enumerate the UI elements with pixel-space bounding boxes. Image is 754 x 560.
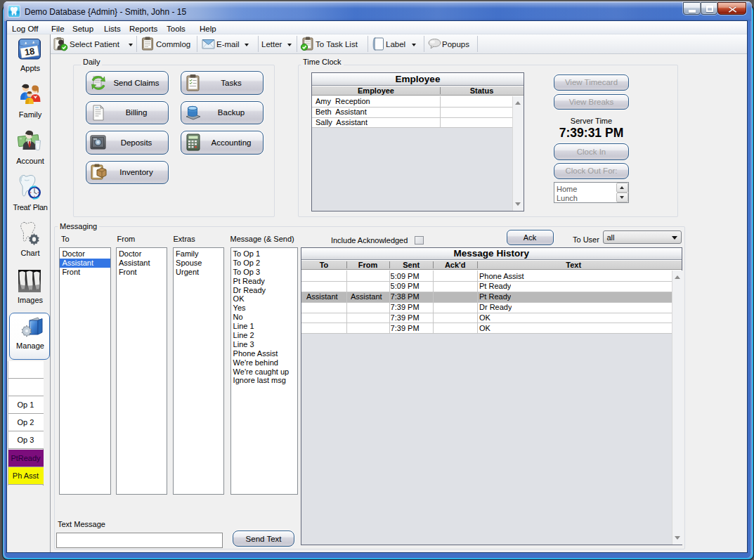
svg-text:18: 18: [24, 46, 36, 58]
